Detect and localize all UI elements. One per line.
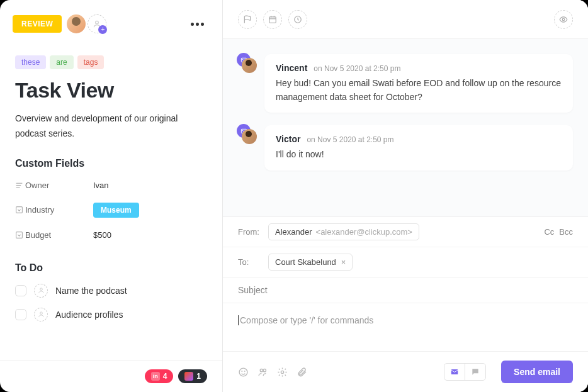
body-placeholder: Compose or type '/' for commands <box>238 315 373 325</box>
flag-icon <box>243 15 252 24</box>
tag[interactable]: tags <box>77 55 105 69</box>
compose-footer: Send email <box>223 351 588 392</box>
date-button[interactable] <box>263 10 282 29</box>
dots-icon <box>191 23 204 26</box>
status-badge[interactable]: REVIEW <box>13 15 62 33</box>
from-label: From: <box>238 227 268 237</box>
task-title[interactable]: Task View <box>0 69 222 105</box>
money-field-icon <box>15 231 25 239</box>
text-field-icon <box>15 181 25 189</box>
bcc-button[interactable]: Bcc <box>559 227 573 237</box>
todo-assignee-button[interactable] <box>34 284 48 298</box>
message-body: I'll do it now! <box>276 148 562 162</box>
cf-value: Ivan <box>93 181 109 190</box>
email-mode-button[interactable] <box>444 364 465 380</box>
from-row: From: Alexander <alexander@clickup.com> … <box>223 217 588 247</box>
checkbox[interactable] <box>15 285 26 296</box>
cf-value: $500 <box>93 230 111 240</box>
person-icon <box>38 311 45 318</box>
from-name: Alexander <box>275 227 312 237</box>
custom-field-row[interactable]: Industry Museum <box>0 196 222 224</box>
calendar-icon <box>268 15 277 24</box>
gear-icon <box>277 367 288 378</box>
to-row: To: Court Skabelund × <box>223 247 588 277</box>
svg-rect-22 <box>451 369 458 374</box>
to-name: Court Skabelund <box>275 257 336 267</box>
svg-point-18 <box>244 371 245 371</box>
assignee-avatar[interactable] <box>67 14 86 33</box>
todo-item[interactable]: Audience profiles <box>0 303 222 327</box>
tag[interactable]: these <box>15 55 46 69</box>
cf-label: Owner <box>25 181 93 190</box>
message-timestamp: on Nov 5 2020 at 2:50 pm <box>314 64 400 73</box>
plus-icon: + <box>98 25 107 34</box>
message-avatar[interactable] <box>238 54 257 73</box>
svg-point-6 <box>40 288 42 291</box>
svg-rect-8 <box>269 16 276 22</box>
svg-point-21 <box>281 371 283 373</box>
person-icon <box>38 287 45 294</box>
attach-button[interactable] <box>297 367 307 378</box>
clock-icon <box>293 15 302 24</box>
time-button[interactable] <box>288 10 307 29</box>
svg-point-13 <box>562 18 565 21</box>
custom-field-row[interactable]: Owner Ivan <box>0 174 222 196</box>
more-menu-button[interactable] <box>184 11 210 36</box>
message: Victor on Nov 5 2020 at 2:50 pm I'll do … <box>238 125 573 171</box>
invision-icon: in <box>151 372 160 381</box>
svg-point-0 <box>96 21 99 24</box>
todo-heading: To Do <box>0 246 222 279</box>
to-label: To: <box>238 257 268 267</box>
remove-recipient-button[interactable]: × <box>340 257 346 267</box>
eye-icon <box>559 15 568 24</box>
mention-icon <box>257 367 268 378</box>
tags-row: these are tags <box>0 48 222 69</box>
add-assignee-button[interactable]: + <box>88 14 106 33</box>
watch-button[interactable] <box>554 10 573 29</box>
svg-point-16 <box>239 368 247 376</box>
mention-button[interactable] <box>257 367 268 378</box>
emoji-button[interactable] <box>238 367 249 378</box>
message-box[interactable]: Victor on Nov 5 2020 at 2:50 pm I'll do … <box>264 125 573 171</box>
invision-count: 4 <box>163 372 167 381</box>
flag-button[interactable] <box>238 10 257 29</box>
activity-header <box>223 0 588 39</box>
message-avatar[interactable] <box>238 125 257 144</box>
comment-icon <box>471 367 480 376</box>
message-box[interactable]: Vincent on Nov 5 2020 at 2:50 pm Hey bud… <box>264 54 573 113</box>
message-author: Victor <box>276 134 300 144</box>
cc-button[interactable]: Cc <box>544 227 554 237</box>
checkbox[interactable] <box>15 309 26 320</box>
settings-button[interactable] <box>277 367 288 378</box>
cf-label: Budget <box>25 230 93 240</box>
svg-rect-4 <box>16 207 23 213</box>
comment-mode-button[interactable] <box>465 364 485 380</box>
svg-rect-5 <box>16 232 23 238</box>
custom-field-row[interactable]: Budget $500 <box>0 224 222 246</box>
paperclip-icon <box>297 367 307 378</box>
figma-chip[interactable]: 1 <box>178 369 207 383</box>
to-chip[interactable]: Court Skabelund × <box>268 254 353 271</box>
mail-icon <box>450 367 459 376</box>
message-timestamp: on Nov 5 2020 at 2:50 pm <box>307 135 393 144</box>
todo-assignee-button[interactable] <box>34 308 48 322</box>
from-chip[interactable]: Alexander <alexander@clickup.com> <box>268 223 419 240</box>
body-input[interactable]: Compose or type '/' for commands <box>223 303 588 351</box>
compose-area: From: Alexander <alexander@clickup.com> … <box>223 216 588 392</box>
svg-point-19 <box>260 369 263 371</box>
tag[interactable]: are <box>50 55 73 69</box>
message-body: Hey bud! Can you email Swati before EOD … <box>276 77 562 104</box>
task-description[interactable]: Overview and development of our original… <box>0 105 222 142</box>
task-footer: in 4 1 <box>0 360 222 392</box>
todo-text: Audience profiles <box>55 310 123 320</box>
subject-input[interactable]: Subject <box>223 277 588 303</box>
invision-chip[interactable]: in 4 <box>145 369 174 383</box>
task-header: REVIEW + <box>0 0 222 48</box>
todo-item[interactable]: Name the podcast <box>0 279 222 303</box>
send-email-button[interactable]: Send email <box>501 361 573 383</box>
reply-mode-toggle[interactable] <box>444 363 486 381</box>
figma-count: 1 <box>196 372 201 381</box>
dropdown-field-icon <box>15 206 25 214</box>
todo-text: Name the podcast <box>55 286 127 296</box>
task-panel: REVIEW + these are tags Task View Overvi… <box>0 0 223 392</box>
